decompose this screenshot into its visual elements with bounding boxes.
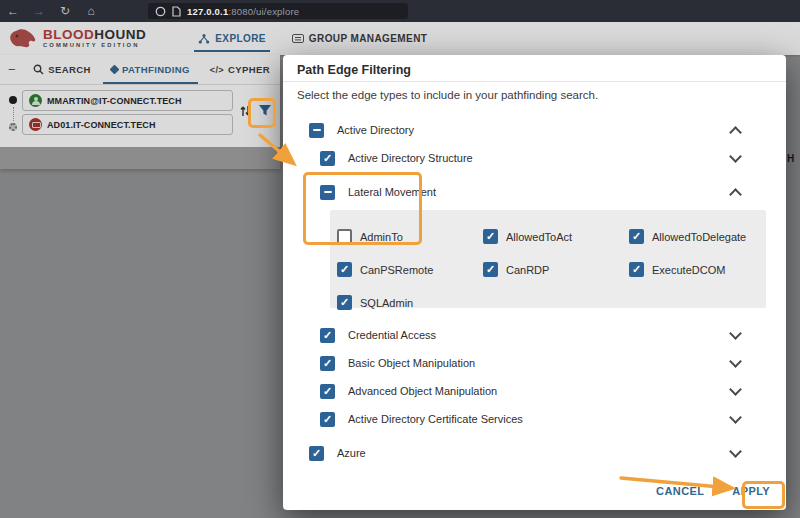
checkbox-active-directory[interactable] (309, 123, 324, 138)
forward-icon[interactable]: → (26, 4, 52, 18)
nav-explore-label: EXPLORE (215, 33, 266, 44)
checkbox-adcs[interactable] (320, 412, 335, 427)
reload-icon[interactable]: ↻ (52, 4, 78, 18)
pathfinding-icon (109, 65, 119, 75)
start-node-bullet (9, 96, 17, 104)
checkbox-canpsremote[interactable] (337, 262, 352, 277)
checkbox-azure[interactable] (309, 446, 324, 461)
swap-nodes-icon (239, 104, 252, 118)
checkbox-executedcom[interactable] (629, 262, 644, 277)
checkbox-allowedtoact[interactable] (483, 229, 498, 244)
url-text: 127.0.0.1:8080/ui/explore (187, 6, 299, 17)
home-icon[interactable]: ⌂ (78, 4, 104, 18)
edge-item-canrdp: CanRDP (483, 253, 629, 286)
nav-explore[interactable]: EXPLORE (198, 22, 266, 55)
edge-item-adminto: AdminTo (337, 220, 483, 253)
pathfinding-panel: − SEARCH PATHFINDING </> CYPHER M (0, 55, 280, 169)
top-navigation: EXPLORE GROUP MANAGEMENT (198, 22, 427, 55)
start-node-input[interactable]: MMARTIN@IT-CONNECT.TECH (22, 90, 233, 111)
category-row-ad-structure: Active Directory Structure (320, 149, 766, 167)
category-row-basic-object-manipulation: Basic Object Manipulation (320, 354, 766, 372)
user-node-icon (29, 94, 42, 107)
explore-tabs: − SEARCH PATHFINDING </> CYPHER (0, 55, 280, 85)
edge-item-executedcom: ExecuteDCOM (629, 253, 769, 286)
brand-subtitle: COMMUNITY EDITION (43, 43, 146, 49)
nav-group-management-label: GROUP MANAGEMENT (309, 33, 427, 44)
page-icon (172, 6, 181, 17)
edge-item-allowedtodelegate: AllowedToDelegate (629, 220, 769, 253)
bloodhound-logo-icon (8, 27, 38, 51)
checkbox-ad-structure[interactable] (320, 151, 335, 166)
tab-pathfinding-label: PATHFINDING (122, 64, 190, 75)
chevron-down-icon[interactable] (729, 327, 742, 340)
edge-item-sqladmin: SQLAdmin (337, 286, 483, 319)
chevron-up-icon[interactable] (729, 188, 742, 201)
category-row-advanced-object-manipulation: Advanced Object Manipulation (320, 382, 766, 400)
start-node-value: MMARTIN@IT-CONNECT.TECH (47, 96, 182, 106)
apply-button[interactable]: APPLY (726, 481, 776, 501)
checkbox-allowedtodelegate[interactable] (629, 229, 644, 244)
hidden-node-text-fragment: H (787, 153, 794, 164)
nav-group-management[interactable]: GROUP MANAGEMENT (292, 22, 427, 55)
bloodhound-logo: BLOODHOUND COMMUNITY EDITION (8, 27, 146, 51)
cypher-icon: </> (210, 65, 224, 75)
chevron-down-icon[interactable] (729, 150, 742, 163)
divider (283, 81, 786, 82)
filter-icon (258, 104, 272, 117)
swap-nodes-button[interactable] (237, 102, 254, 119)
computer-node-icon (29, 118, 42, 131)
url-bar[interactable]: 127.0.0.1:8080/ui/explore (148, 3, 408, 19)
tab-cypher[interactable]: </> CYPHER (200, 55, 280, 84)
group-management-icon (292, 34, 304, 43)
app-header: BLOODHOUND COMMUNITY EDITION EXPLORE GRO… (0, 22, 800, 55)
checkbox-advanced-object-manipulation[interactable] (320, 384, 335, 399)
path-edge-filtering-dialog: Path Edge Filtering Select the edge type… (283, 55, 786, 510)
browser-chrome: ← → ↻ ⌂ 127.0.0.1:8080/ui/explore (0, 0, 800, 22)
edge-item-canpsremote: CanPSRemote (337, 253, 483, 286)
dialog-title: Path Edge Filtering (297, 63, 411, 77)
back-icon[interactable]: ← (0, 4, 26, 18)
category-row-active-directory: Active Directory (309, 121, 766, 139)
end-node-value: AD01.IT-CONNECT.TECH (47, 120, 156, 130)
tab-cypher-label: CYPHER (228, 64, 270, 75)
checkbox-canrdp[interactable] (483, 262, 498, 277)
chevron-down-icon[interactable] (729, 383, 742, 396)
cancel-button[interactable]: CANCEL (650, 481, 710, 501)
dialog-description: Select the edge types to include in your… (297, 89, 598, 101)
chevron-down-icon[interactable] (729, 411, 742, 424)
collapse-panel-button[interactable]: − (0, 62, 23, 77)
category-row-adcs: Active Directory Certificate Services (320, 410, 766, 428)
chevron-down-icon[interactable] (729, 445, 742, 458)
lateral-movement-edges-panel: AdminTo AllowedToAct AllowedToDelegate C… (330, 210, 766, 308)
category-row-credential-access: Credential Access (320, 326, 766, 344)
checkbox-basic-object-manipulation[interactable] (320, 356, 335, 371)
checkbox-lateral-movement[interactable] (320, 185, 335, 200)
category-row-azure: Azure (309, 444, 766, 462)
end-node-input[interactable]: AD01.IT-CONNECT.TECH (22, 114, 233, 135)
category-row-lateral-movement: Lateral Movement (320, 183, 766, 201)
path-connector (13, 107, 14, 121)
edge-item-allowedtoact: AllowedToAct (483, 220, 629, 253)
tab-pathfinding[interactable]: PATHFINDING (101, 55, 200, 84)
filter-button[interactable] (256, 102, 273, 119)
checkbox-adminto[interactable] (337, 229, 352, 244)
checkbox-sqladmin[interactable] (337, 295, 352, 310)
chevron-down-icon[interactable] (729, 355, 742, 368)
explore-graph-icon (198, 33, 210, 45)
chevron-up-icon[interactable] (729, 126, 742, 139)
checkbox-credential-access[interactable] (320, 328, 335, 343)
tab-search[interactable]: SEARCH (23, 55, 101, 84)
end-node-bullet (9, 123, 17, 131)
tab-search-label: SEARCH (48, 64, 91, 75)
brand-title: BLOODHOUND (43, 28, 146, 42)
search-icon (33, 64, 44, 75)
dialog-footer: CANCEL APPLY (650, 481, 776, 501)
shield-icon (155, 6, 166, 17)
